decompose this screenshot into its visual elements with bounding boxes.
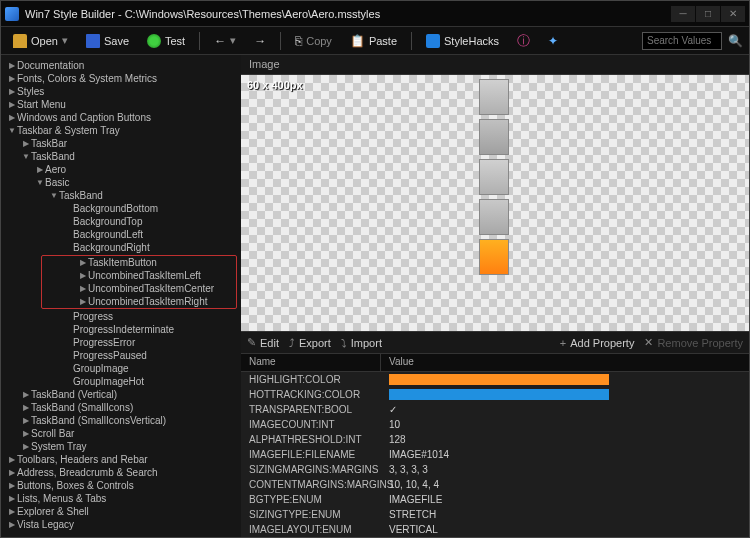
close-button[interactable]: ✕ [721,6,745,22]
forward-icon: → [254,34,266,48]
maximize-button[interactable]: □ [696,6,720,22]
image-dimensions: 60 x 400px [247,79,303,91]
tree-item[interactable]: UncombinedTaskItemRight [42,295,236,308]
wand-icon: ✦ [548,34,558,48]
search-input[interactable] [642,32,722,50]
tree-item[interactable]: System Tray [1,440,241,453]
property-row[interactable]: CONTENTMARGINS:MARGINS10, 10, 4, 4 [241,477,749,492]
tree-item[interactable]: Scroll Bar [1,427,241,440]
tree-item[interactable]: Aero [1,163,241,176]
export-button[interactable]: ⤴Export [289,337,331,349]
color-swatch [389,389,609,400]
tree-item[interactable]: Windows and Caption Buttons [1,111,241,124]
tree-item[interactable]: TaskBar [1,137,241,150]
about-button[interactable]: ⓘ [511,30,536,52]
separator [280,32,281,50]
tree-item[interactable]: BackgroundBottom [1,202,241,215]
tree-panel[interactable]: Documentation Fonts, Colors & System Met… [1,55,241,537]
separator [199,32,200,50]
app-window: Win7 Style Builder - C:\Windows\Resource… [0,0,750,538]
tree-item[interactable]: BackgroundLeft [1,228,241,241]
tree-item[interactable]: Lists, Menus & Tabs [1,492,241,505]
titlebar[interactable]: Win7 Style Builder - C:\Windows\Resource… [1,1,749,27]
tree-item[interactable]: Styles [1,85,241,98]
tree-item[interactable]: BackgroundRight [1,241,241,254]
tree-item[interactable]: Fonts, Colors & System Metrics [1,72,241,85]
image-state [479,239,509,275]
property-row[interactable]: SIZINGMARGINS:MARGINS3, 3, 3, 3 [241,462,749,477]
forward-button[interactable]: → [248,32,272,50]
image-section: Image 60 x 400px [241,55,749,332]
tree-item[interactable]: Explorer & Shell [1,505,241,518]
tree-item[interactable]: TaskBand (SmallIconsVertical) [1,414,241,427]
edit-button[interactable]: ✎Edit [247,336,279,349]
property-row[interactable]: HOTTRACKING:COLOR [241,387,749,402]
tree-item[interactable]: GroupImage [1,362,241,375]
col-value[interactable]: Value [381,354,749,371]
property-row[interactable]: SIZINGTYPE:ENUMSTRETCH [241,507,749,522]
image-state [479,159,509,195]
property-row[interactable]: BGTYPE:ENUMIMAGEFILE [241,492,749,507]
image-header: Image [241,55,749,75]
tree-item[interactable]: Basic [1,176,241,189]
image-canvas[interactable]: 60 x 400px [241,75,749,331]
property-row[interactable]: IMAGECOUNT:INT10 [241,417,749,432]
tree-item[interactable]: UncombinedTaskItemLeft [42,269,236,282]
tree-item[interactable]: ProgressError [1,336,241,349]
tree-item[interactable]: Progress [1,310,241,323]
play-icon [147,34,161,48]
image-state [479,79,509,115]
tree-item-selected[interactable]: TaskItemButton [42,256,236,269]
save-button[interactable]: Save [80,32,135,50]
tree-item[interactable]: TaskBand (Vertical) [1,388,241,401]
tree-item[interactable]: ProgressPaused [1,349,241,362]
color-swatch [389,374,609,385]
tree-item[interactable]: Address, Breadcrumb & Search [1,466,241,479]
property-row[interactable]: TRANSPARENT:BOOL✓ [241,402,749,417]
back-icon: ← [214,34,226,48]
search-icon[interactable]: 🔍 [728,34,743,48]
app-icon [5,7,19,21]
main-area: Documentation Fonts, Colors & System Met… [1,55,749,537]
add-property-button[interactable]: +Add Property [560,336,635,349]
tree-item[interactable]: Toolbars, Headers and Rebar [1,453,241,466]
edit-icon: ✎ [247,336,256,349]
tree-item[interactable]: Vista Legacy [1,518,241,531]
remove-property-button[interactable]: ✕Remove Property [644,336,743,349]
tree-item[interactable]: UncombinedTaskItemCenter [42,282,236,295]
tree-item[interactable]: Start Menu [1,98,241,111]
back-button[interactable]: ←▾ [208,32,242,50]
stylehacks-button[interactable]: StyleHacks [420,32,505,50]
test-button[interactable]: Test [141,32,191,50]
image-state [479,199,509,235]
options-button[interactable]: ✦ [542,32,564,50]
minimize-button[interactable]: ─ [671,6,695,22]
col-name[interactable]: Name [241,354,381,371]
export-icon: ⤴ [289,337,295,349]
image-state [479,119,509,155]
toolbar: Open▾ Save Test ←▾ → ⎘Copy 📋Paste StyleH… [1,27,749,55]
property-row[interactable]: IMAGELAYOUT:ENUMVERTICAL [241,522,749,537]
tree-item[interactable]: TaskBand [1,189,241,202]
highlighted-group: TaskItemButton UncombinedTaskItemLeft Un… [41,255,237,309]
property-row[interactable]: IMAGEFILE:FILENAMEIMAGE#1014 [241,447,749,462]
open-button[interactable]: Open▾ [7,32,74,50]
property-row[interactable]: HIGHLIGHT:COLOR [241,372,749,387]
paste-button[interactable]: 📋Paste [344,32,403,50]
tree-item[interactable]: Taskbar & System Tray [1,124,241,137]
tree-item[interactable]: ProgressIndeterminate [1,323,241,336]
tree-item[interactable]: TaskBand (SmallIcons) [1,401,241,414]
tree-item[interactable]: Buttons, Boxes & Controls [1,479,241,492]
right-panel: Image 60 x 400px ✎Edit ⤴Export ⤵Import [241,55,749,537]
tree-item[interactable]: Documentation [1,59,241,72]
add-icon: + [560,337,566,349]
tree-item[interactable]: BackgroundTop [1,215,241,228]
tree-item[interactable]: TaskBand [1,150,241,163]
stylehacks-icon [426,34,440,48]
property-row[interactable]: ALPHATHRESHOLD:INT128 [241,432,749,447]
property-toolbar: ✎Edit ⤴Export ⤵Import +Add Property ✕Rem… [241,332,749,354]
import-button[interactable]: ⤵Import [341,337,382,349]
property-list[interactable]: HIGHLIGHT:COLOR HOTTRACKING:COLOR TRANSP… [241,372,749,537]
tree-item[interactable]: GroupImageHot [1,375,241,388]
copy-button[interactable]: ⎘Copy [289,32,338,50]
